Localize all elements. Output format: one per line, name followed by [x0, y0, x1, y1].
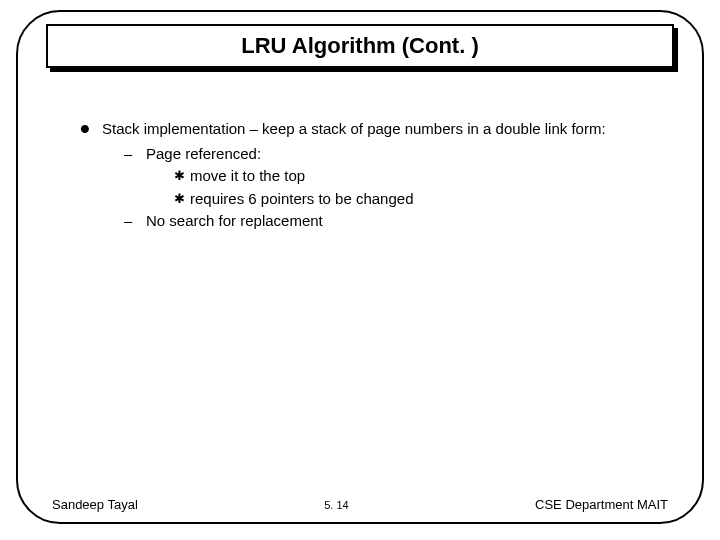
bullet-dot-icon: •	[80, 118, 102, 141]
dash-icon: –	[124, 210, 146, 233]
bullet-text: Page referenced:	[146, 143, 261, 166]
title-surface: LRU Algorithm (Cont. )	[46, 24, 674, 68]
bullet-text: move it to the top	[190, 165, 305, 188]
slide: LRU Algorithm (Cont. ) • Stack implement…	[0, 0, 720, 540]
bullet-text: No search for replacement	[146, 210, 323, 233]
bullet-level-3: ✱ requires 6 pointers to be changed	[80, 188, 660, 211]
bullet-level-1: • Stack implementation – keep a stack of…	[80, 118, 660, 141]
bullet-level-2: – No search for replacement	[80, 210, 660, 233]
bullet-level-2: – Page referenced:	[80, 143, 660, 166]
footer-page-number: 5. 14	[324, 499, 348, 511]
footer-department: CSE Department MAIT	[535, 497, 668, 512]
footer: Sandeep Tayal 5. 14 CSE Department MAIT	[52, 497, 668, 512]
maltese-cross-icon: ✱	[168, 188, 190, 211]
slide-title: LRU Algorithm (Cont. )	[241, 33, 478, 59]
bullet-level-3: ✱ move it to the top	[80, 165, 660, 188]
title-box: LRU Algorithm (Cont. )	[46, 24, 674, 68]
maltese-cross-icon: ✱	[168, 165, 190, 188]
content-area: • Stack implementation – keep a stack of…	[80, 118, 660, 233]
rounded-frame	[16, 10, 704, 524]
bullet-text: Stack implementation – keep a stack of p…	[102, 118, 660, 141]
bullet-text: requires 6 pointers to be changed	[190, 188, 413, 211]
dash-icon: –	[124, 143, 146, 166]
footer-author: Sandeep Tayal	[52, 497, 138, 512]
